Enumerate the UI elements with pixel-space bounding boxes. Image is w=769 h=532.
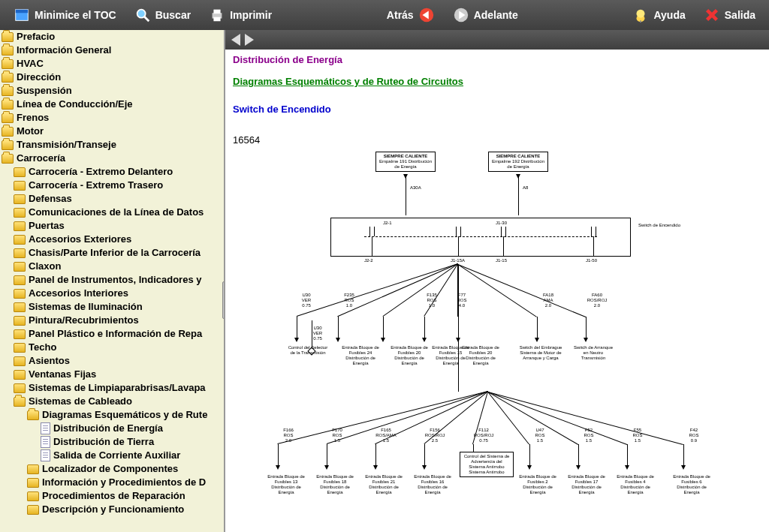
diagram-pin-label: J1-15 bbox=[496, 258, 507, 263]
tree-folder-item[interactable]: Comunicaciones de la Línea de Datos bbox=[0, 206, 224, 219]
tree-folder-item[interactable]: Defensas bbox=[0, 192, 224, 206]
diagram-wire-label: F156ROS/ROJ2.5 bbox=[418, 428, 451, 443]
tree-item-label: Ventanas Fijas bbox=[29, 368, 96, 381]
print-icon bbox=[209, 7, 225, 23]
tree-folder-item[interactable]: Carrocería - Extremo Delantero bbox=[0, 165, 224, 179]
folder-icon bbox=[14, 221, 26, 231]
breadcrumb-level2-link[interactable]: Diagramas Esquemáticos y de Ruteo de Cir… bbox=[233, 76, 463, 87]
folder-icon bbox=[27, 505, 39, 515]
diagram-switch-label: Switch de Encendido bbox=[638, 223, 680, 228]
diagram-target-label: Entrada Bloque de Fusibles 4 Distribució… bbox=[614, 474, 657, 495]
tree-folder-item[interactable]: HVAC bbox=[0, 57, 224, 71]
folder-icon bbox=[14, 235, 26, 245]
tree-folder-item[interactable]: Localizador de Componentes bbox=[0, 462, 224, 476]
diagram-target-label: Entrada Bloque de Fusibles 17 Distribuci… bbox=[565, 474, 608, 495]
search-button[interactable]: Buscar bbox=[127, 4, 198, 26]
diagram-target-box: Control del Sistema de Advertencia del S… bbox=[460, 452, 514, 477]
tree-folder-item[interactable]: Accesorios Exteriores bbox=[0, 233, 224, 246]
tree-folder-item[interactable]: Panel Plástico e Información de Repa bbox=[0, 327, 224, 341]
tree-folder-item[interactable]: Transmisión/Transeje bbox=[0, 138, 224, 152]
page-nav-strip bbox=[225, 30, 769, 50]
tree-folder-item[interactable]: Información General bbox=[0, 44, 224, 57]
folder-open-icon bbox=[2, 59, 14, 69]
tree-folder-item[interactable]: Línea de Conducción/Eje bbox=[0, 98, 224, 111]
tree-folder-item[interactable]: Claxon bbox=[0, 260, 224, 273]
tree-item-label: Accesorios Exteriores bbox=[29, 233, 131, 246]
tree-folder-item[interactable]: Pintura/Recubrimientos bbox=[0, 314, 224, 327]
diagram-target-label: Entrada Bloque de Fusibles 18 Distribuci… bbox=[313, 474, 357, 495]
folder-open-icon bbox=[14, 397, 26, 407]
tree-item-label: Carrocería - Extremo Trasero bbox=[29, 179, 163, 192]
exit-button[interactable]: Salida bbox=[696, 4, 763, 26]
diagram-wire-label: F235ROS1.0 bbox=[334, 293, 364, 308]
tree-item-label: Asientos bbox=[29, 354, 70, 368]
page-next-button[interactable] bbox=[245, 34, 254, 46]
tree-folder-item[interactable]: Dirección bbox=[0, 71, 224, 84]
back-button[interactable]: Atrás bbox=[379, 4, 442, 26]
tree-folder-item[interactable]: Sistemas de Limpiaparabrisas/Lavapa bbox=[0, 381, 224, 395]
tree-folder-item[interactable]: Carrocería bbox=[0, 152, 224, 165]
document-body: Distribución de Energía Diagramas Esquem… bbox=[225, 50, 769, 532]
folder-open-icon bbox=[2, 73, 14, 83]
splitter-handle[interactable]: ‹ bbox=[222, 281, 225, 319]
tree-folder-item[interactable]: Accesorios Interiores bbox=[0, 287, 224, 300]
tree-item-label: Techo bbox=[29, 341, 56, 354]
tree-folder-item[interactable]: Techo bbox=[0, 341, 224, 354]
toolbar-label: Salida bbox=[725, 9, 755, 21]
folder-icon bbox=[27, 491, 39, 501]
help-button[interactable]: Ayuda bbox=[625, 4, 692, 26]
tree-folder-item[interactable]: Información y Procedimientos de D bbox=[0, 476, 224, 489]
diagram-wire-label: F165ROS/AMA1.5 bbox=[369, 428, 403, 443]
tree-item-label: Sistemas de Iluminación bbox=[29, 300, 143, 314]
tree-item-label: Pintura/Recubrimientos bbox=[29, 314, 139, 327]
tree-item-label: Puertas bbox=[29, 219, 65, 233]
page-title: Switch de Encendido bbox=[233, 104, 761, 115]
folder-icon bbox=[14, 383, 26, 393]
diagram-target-label: Entrada Bloque de Fusibles 13 Distribuci… bbox=[264, 474, 308, 495]
tree-doc-item[interactable]: Salida de Corriente Auxiliar bbox=[0, 449, 224, 462]
tree-folder-item[interactable]: Prefacio bbox=[0, 30, 224, 44]
diagram-wire-label: F170ROS1.5 bbox=[321, 428, 354, 443]
tree-doc-item[interactable]: Distribución de Tierra bbox=[0, 435, 224, 449]
tree-item-label: Sistemas de Cableado bbox=[29, 395, 132, 408]
tree-folder-item[interactable]: Sistemas de Cableado bbox=[0, 395, 224, 408]
tree-item-label: Salida de Corriente Auxiliar bbox=[53, 449, 180, 462]
diagram-target-label: Switch del Embrague Sistema de Motor de … bbox=[518, 345, 563, 361]
tree-doc-item[interactable]: Distribución de Energía bbox=[0, 422, 224, 435]
folder-open-icon bbox=[2, 140, 14, 150]
tree-folder-item[interactable]: Motor bbox=[0, 125, 224, 138]
tree-item-label: Dirección bbox=[17, 71, 61, 84]
folder-icon bbox=[14, 262, 26, 272]
page-prev-button[interactable] bbox=[231, 34, 240, 46]
print-button[interactable]: Imprimir bbox=[201, 4, 279, 26]
tree-folder-item[interactable]: Sistemas de Iluminación bbox=[0, 300, 224, 314]
tree-folder-item[interactable]: Asientos bbox=[0, 354, 224, 368]
main-toolbar: Minimice el TOC Buscar Imprimir Atrás Ad… bbox=[0, 0, 769, 30]
tree-folder-item[interactable]: Procedimientos de Reparación bbox=[0, 489, 224, 503]
folder-icon bbox=[14, 248, 26, 258]
toolbar-label: Buscar bbox=[155, 9, 191, 21]
svg-line-3 bbox=[144, 17, 149, 21]
tree-folder-item[interactable]: Carrocería - Extremo Trasero bbox=[0, 179, 224, 192]
tree-folder-item[interactable]: Frenos bbox=[0, 111, 224, 125]
tree-item-label: Carrocería - Extremo Delantero bbox=[29, 165, 173, 179]
diagram-top-box: SIEMPRE CALIENTEEmpalme 192 Distribución… bbox=[488, 152, 548, 172]
minimize-toc-button[interactable]: Minimice el TOC bbox=[6, 4, 124, 26]
tree-folder-item[interactable]: Panel de Instrumentos, Indicadores y bbox=[0, 273, 224, 287]
tree-folder-item[interactable]: Ventanas Fijas bbox=[0, 368, 224, 381]
tree-folder-item[interactable]: Diagramas Esquemáticos y de Rute bbox=[0, 408, 224, 422]
tree-item-label: Descripción y Funcionamiento bbox=[42, 503, 184, 516]
diagram-pin-label: J1-30 bbox=[496, 221, 507, 226]
diagram-wire-label: F112ROS/ROJ0.75 bbox=[467, 428, 500, 443]
forward-button[interactable]: Adelante bbox=[445, 4, 526, 26]
tree-folder-item[interactable]: Chasis/Parte Inferior de la Carrocería bbox=[0, 246, 224, 260]
folder-icon bbox=[14, 329, 26, 339]
tree-folder-item[interactable]: Suspensión bbox=[0, 84, 224, 98]
svg-rect-6 bbox=[214, 17, 221, 22]
figure-number: 16564 bbox=[233, 134, 761, 146]
diagram-wire-label: A8 bbox=[523, 185, 528, 191]
folder-open-icon bbox=[2, 86, 14, 96]
tree-folder-item[interactable]: Descripción y Funcionamiento bbox=[0, 503, 224, 516]
breadcrumb-level1: Distribución de Energía bbox=[233, 54, 761, 65]
tree-folder-item[interactable]: Puertas bbox=[0, 219, 224, 233]
